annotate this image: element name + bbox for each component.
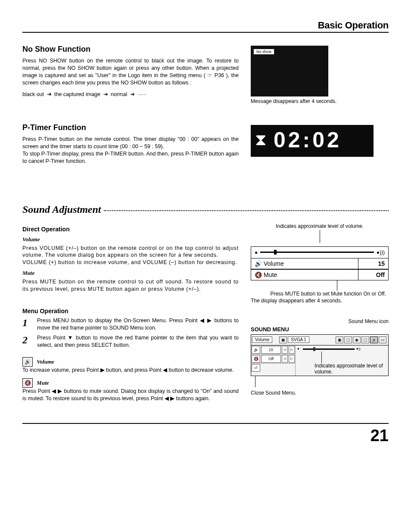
step-number-2: 2 <box>22 334 34 346</box>
arrow-right-icon: ➔ <box>130 91 135 98</box>
volume-dialog-slider-row: ● ●))) <box>251 247 388 258</box>
ptimer-paragraph: Press P-Timer button on the remote contr… <box>22 136 239 165</box>
volume-dialog-disappear-caption: The display disappears after 4 seconds. <box>251 298 389 304</box>
menu-icon-3: ◉ <box>353 336 361 343</box>
volume-inline-heading: 🔊 Volume <box>22 357 239 367</box>
sm-close-icon: ⏎ <box>252 364 260 372</box>
leader-line-mute <box>337 280 337 291</box>
page-header-title: Basic Operation <box>22 0 389 33</box>
volume-approx-caption: Indicates approximate level of volume. <box>251 223 389 229</box>
sound-menu-icon-label: Sound Menu icon <box>251 318 389 324</box>
mute-subtitle: Mute <box>22 270 239 277</box>
noshow-sequence: black out ➔ the captured image ➔ normal … <box>22 91 239 98</box>
sm-approx-caption: Indicates approximate level of volume. <box>314 363 386 375</box>
ptimer-display: ⧗ 02:02 <box>251 125 374 157</box>
direct-operation-title: Direct Operation <box>22 226 239 233</box>
mute-inline-heading: 🔇 Mute <box>22 378 239 388</box>
speaker-high-icon: ●))) <box>377 249 385 255</box>
speaker-mute-icon: 🔇 <box>22 378 33 388</box>
decorative-dotted-line <box>104 210 389 211</box>
menu-icon-2: ▢ <box>344 336 352 343</box>
speaker-low-icon: ● <box>255 249 258 255</box>
step-number-1: 1 <box>22 317 34 329</box>
volume-slider-thumb <box>274 250 277 255</box>
sm-speaker-icon: 🔊 <box>252 346 260 354</box>
sound-menu-figure: Sound Menu icon SOUND MENU Volume ▣ SVGA… <box>251 318 389 396</box>
noshow-message-overlay: No show <box>253 49 274 55</box>
sound-menu-svga: SVGA 1 <box>288 336 309 343</box>
noshow-seq-b: the captured image <box>54 91 100 97</box>
volume-subtitle: Volume <box>22 236 239 243</box>
noshow-seq-c: normal <box>111 91 127 97</box>
volume-dialog: ● ●))) 🔊 Volume 15 🔇 Mute Off <box>251 246 389 280</box>
volume-slider <box>260 252 374 253</box>
speaker-icon: 🔊 <box>22 357 33 367</box>
menu-icon-4: ▢ <box>361 336 369 343</box>
sm-mute-value: Off <box>261 355 281 363</box>
volume-paragraph: Press VOLUME (+/–) button on the remote … <box>22 245 239 267</box>
ptimer-value: 02:02 <box>274 128 342 152</box>
ptimer-title: P-Timer Function <box>22 123 239 132</box>
sound-menu-title: SOUND MENU <box>251 326 389 333</box>
sm-right-arrow-icon: ▷ <box>289 346 295 354</box>
sm-close-caption: Close Sound Menu. <box>251 390 389 396</box>
mute-dialog-label: Mute <box>264 271 277 278</box>
menu-icon-1: ▣ <box>336 336 343 343</box>
sound-menu-panel: Volume ▣ SVGA 1 ▣ ▢ ◉ ▢ 🔊 ▭ <box>251 334 389 376</box>
mute-hint-caption: Press MUTE button to set Mute function O… <box>251 291 389 297</box>
noshow-caption: Message disappears after 4 seconds. <box>251 98 389 104</box>
arrow-right-icon: ➔ <box>47 91 52 98</box>
noshow-title: No Show Function <box>22 45 239 54</box>
volume-inline-label: Volume <box>37 358 54 365</box>
page-number: 21 <box>22 426 389 445</box>
menu-icon-sound: 🔊 <box>370 336 378 343</box>
page-bottom-rule <box>22 423 389 424</box>
sm-speaker-high-icon: ●)) <box>356 347 361 351</box>
leader-line <box>321 352 322 363</box>
step-1-text: Press MENU button to display the On-Scre… <box>37 317 239 332</box>
menu-chip-icon: ▣ <box>279 336 287 343</box>
sm-left-arrow-icon: ◁ <box>282 355 288 363</box>
volume-dialog-row: 🔊 Volume 15 <box>251 258 388 269</box>
noshow-seq-a: black out <box>22 91 44 97</box>
speaker-icon: 🔊 <box>255 260 262 267</box>
leader-line <box>320 230 320 243</box>
sm-right-arrow-icon: ▷ <box>289 355 295 363</box>
hourglass-icon: ⧗ <box>255 131 269 149</box>
menu-icon-5: ▭ <box>379 336 386 343</box>
sound-menu-caption: Volume <box>252 336 272 343</box>
menu-operation-title: Menu Operation <box>22 308 239 314</box>
step-1: 1 Press MENU button to display the On-Sc… <box>22 317 239 332</box>
sm-speaker-low-icon: ● <box>297 347 299 351</box>
mute-inline-label: Mute <box>37 380 49 386</box>
sm-volume-value: 15 <box>261 346 281 354</box>
step-2-text: Press Point ▼ button to move the red fra… <box>37 334 239 349</box>
mute-dialog-value: Off <box>358 270 388 280</box>
volume-dialog-label: Volume <box>264 260 284 267</box>
arrow-right-icon: ➔ <box>103 91 108 98</box>
noshow-paragraph: Press NO SHOW button on the remote contr… <box>22 57 239 87</box>
leader-line <box>255 376 255 387</box>
speaker-mute-icon: 🔇 <box>255 271 262 278</box>
sm-mini-slider <box>303 348 355 350</box>
mute-paragraph: Press MUTE button on the remote control … <box>22 278 239 293</box>
sound-title: Sound Adjustment <box>22 204 101 215</box>
mute-dialog-row: 🔇 Mute Off <box>251 269 388 280</box>
volume-inline-paragraph: To increase volume, press Point ▶ button… <box>22 367 239 374</box>
sm-mute-icon: 🔇 <box>252 355 260 363</box>
volume-dialog-value: 15 <box>358 258 388 269</box>
noshow-preview-image: No show <box>251 46 328 96</box>
noshow-seq-dots: ······ <box>137 91 146 97</box>
step-2: 2 Press Point ▼ button to move the red f… <box>22 334 239 349</box>
mute-inline-paragraph: Press Point ◀ ▶ buttons to mute sound. D… <box>22 388 239 402</box>
sm-left-arrow-icon: ◁ <box>282 346 288 354</box>
